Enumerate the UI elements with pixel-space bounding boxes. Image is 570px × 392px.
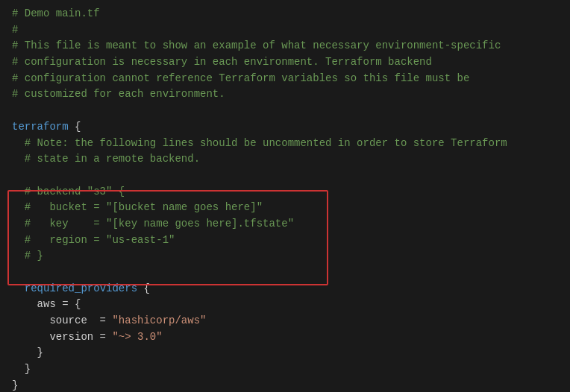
code-line-1: # Demo main.tf: [12, 6, 558, 22]
code-line-5: # configuration cannot reference Terrafo…: [12, 71, 558, 87]
code-line-13: # bucket = "[bucket name goes here]": [12, 200, 558, 216]
code-line-24: }: [12, 378, 558, 392]
code-line-10: # state in a remote backend.: [12, 151, 558, 168]
code-line-19: aws = {: [12, 297, 558, 313]
code-editor: # Demo main.tf # # This file is meant to…: [0, 0, 570, 392]
code-line-4: # configuration is necessary in each env…: [12, 54, 558, 71]
code-line-8: terraform {: [12, 119, 558, 136]
code-line-11: [12, 168, 558, 184]
code-line-12: # backend "s3" {: [12, 184, 558, 200]
code-line-20: source = "hashicorp/aws": [12, 313, 558, 329]
code-line-14: # key = "[key name goes here].tfstate": [12, 216, 558, 233]
code-line-3: # This file is meant to show an example …: [12, 38, 558, 54]
code-line-9: # Note: the following lines should be un…: [12, 136, 558, 152]
code-line-6: # customized for each environment.: [12, 86, 558, 103]
code-line-18: required_providers {: [12, 281, 558, 297]
code-line-7: [12, 103, 558, 119]
code-line-2: #: [12, 22, 558, 39]
code-line-16: # }: [12, 248, 558, 265]
code-line-22: }: [12, 345, 558, 361]
code-line-21: version = "~> 3.0": [12, 329, 558, 346]
code-line-17: [12, 265, 558, 281]
code-line-23: }: [12, 361, 558, 378]
code-line-15: # region = "us-east-1": [12, 233, 558, 249]
